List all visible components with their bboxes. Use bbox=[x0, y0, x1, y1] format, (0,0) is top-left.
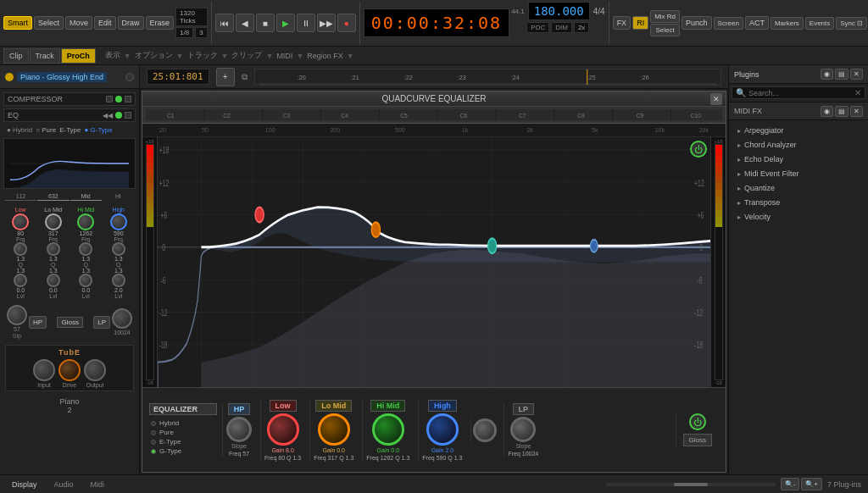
plugin-btn3[interactable]: ✕ bbox=[850, 69, 863, 80]
input-knob[interactable] bbox=[33, 359, 55, 381]
rewind-btn[interactable]: ⏮ bbox=[215, 14, 234, 32]
eq-power-btn[interactable]: ⏻ bbox=[690, 141, 707, 158]
band-himid-lvl-knob[interactable] bbox=[79, 274, 92, 287]
gloss-btn[interactable]: Gloss bbox=[683, 434, 712, 446]
midi-fx-btn1[interactable]: ◉ bbox=[821, 106, 833, 117]
eq-btn[interactable] bbox=[125, 112, 131, 119]
pure-opt[interactable]: ○ Pure bbox=[36, 126, 56, 134]
pure-option[interactable]: Pure bbox=[151, 429, 215, 436]
events-btn[interactable]: Events bbox=[805, 17, 834, 30]
slope-knob[interactable] bbox=[473, 418, 497, 442]
gtype-opt[interactable]: ● G-Type bbox=[84, 126, 112, 134]
add-marker-btn[interactable]: + bbox=[216, 68, 235, 86]
comp-btn2[interactable] bbox=[125, 96, 131, 102]
hybrid-opt[interactable]: ● Hybrid bbox=[7, 126, 32, 134]
output-knob[interactable] bbox=[84, 359, 106, 381]
band-high-knob[interactable] bbox=[110, 213, 127, 230]
edit-tool[interactable]: Edit bbox=[94, 16, 116, 30]
band-himid-q-knob[interactable] bbox=[79, 242, 92, 256]
himid-gain-knob[interactable] bbox=[372, 413, 404, 446]
lp-knob[interactable] bbox=[112, 308, 132, 329]
etype-option[interactable]: E-Type bbox=[151, 438, 215, 446]
low-freq-display: Freq 80 Q 1.3 bbox=[264, 455, 301, 461]
select-tool[interactable]: Select bbox=[34, 16, 64, 30]
plugin-chord-analyzer[interactable]: ▸ Chord Analyzer bbox=[732, 138, 865, 152]
marker-icon[interactable]: ⧉ bbox=[242, 72, 248, 82]
band-himid-knob[interactable] bbox=[77, 213, 94, 230]
plugin-velocity[interactable]: ▸ Velocity bbox=[732, 210, 865, 224]
tab-proch[interactable]: ProCh bbox=[61, 48, 96, 64]
plugin-search-input[interactable] bbox=[748, 89, 852, 97]
ri-btn[interactable]: RI bbox=[632, 16, 648, 30]
tab-midi[interactable]: Midi bbox=[86, 479, 110, 490]
stop-btn[interactable]: ■ bbox=[256, 14, 275, 32]
band-high-q-knob[interactable] bbox=[112, 242, 125, 256]
fx-btn[interactable]: FX bbox=[613, 16, 632, 30]
act-btn[interactable]: ACT bbox=[745, 16, 769, 30]
plugin-quantize[interactable]: ▸ Quantize bbox=[732, 181, 865, 195]
band-lomid-q-knob[interactable] bbox=[47, 242, 60, 256]
midi-fx-btn3[interactable]: ✕ bbox=[850, 106, 863, 117]
etype-opt[interactable]: E-Type bbox=[59, 126, 81, 134]
markers-btn[interactable]: Markers bbox=[771, 17, 804, 30]
low-gain-knob[interactable] bbox=[267, 413, 299, 446]
plugin-transpose[interactable]: ▸ Transpose bbox=[732, 196, 865, 209]
drive-knob[interactable] bbox=[58, 359, 81, 381]
band-himid-lvl: 0.0 bbox=[81, 287, 90, 293]
pause-btn[interactable]: ⏸ bbox=[297, 14, 315, 32]
erase-tool[interactable]: Erase bbox=[146, 16, 175, 30]
tab-display[interactable]: Display bbox=[7, 479, 42, 490]
scroll-bar[interactable] bbox=[606, 483, 776, 486]
mix-red-btn[interactable]: Mix Rd bbox=[650, 10, 680, 23]
tab-audio[interactable]: Audio bbox=[49, 479, 79, 490]
hybrid-option[interactable]: Hybrid bbox=[151, 419, 215, 427]
plugin-arpeggiator[interactable]: ▸ Arpeggiator bbox=[732, 124, 865, 137]
plugin-btn2[interactable]: ▤ bbox=[835, 69, 849, 80]
lp-btn-left[interactable]: LP bbox=[93, 316, 110, 329]
zoom-in-btn[interactable]: 🔍+ bbox=[801, 478, 822, 490]
eq-bottom-power[interactable]: ⏻ bbox=[689, 413, 706, 430]
screen-btn[interactable]: Screen bbox=[714, 17, 743, 30]
plugin-midi-event-filter[interactable]: ▸ Midi Event Filter bbox=[732, 167, 865, 180]
play-btn[interactable]: ▶ bbox=[276, 14, 295, 32]
gtype-option[interactable]: G-Type bbox=[151, 447, 215, 455]
clear-search-icon[interactable]: ✕ bbox=[854, 88, 861, 97]
hp-slope-knob[interactable] bbox=[226, 417, 252, 442]
plugins-list: ▸ Arpeggiator ▸ Chord Analyzer ▸ Echo De… bbox=[729, 120, 868, 227]
move-tool[interactable]: Move bbox=[65, 16, 92, 30]
tab-clip[interactable]: Clip bbox=[3, 48, 29, 64]
plugin-echo-delay[interactable]: ▸ Echo Delay bbox=[732, 152, 865, 166]
band-high-lvl-knob[interactable] bbox=[112, 274, 125, 287]
band-low-q-knob[interactable] bbox=[14, 242, 27, 256]
track-power[interactable] bbox=[125, 73, 134, 81]
record-btn[interactable]: ● bbox=[337, 14, 356, 32]
draw-tool[interactable]: Draw bbox=[118, 16, 144, 30]
band-low-knob[interactable] bbox=[12, 213, 29, 230]
back-btn[interactable]: ◀ bbox=[236, 14, 254, 32]
select-right-btn[interactable]: Select bbox=[650, 24, 680, 36]
forward-btn[interactable]: ▶▶ bbox=[317, 14, 336, 32]
tab-track[interactable]: Track bbox=[30, 48, 60, 64]
lomid-gain-knob[interactable] bbox=[318, 413, 350, 446]
smart-tool[interactable]: Smart bbox=[3, 16, 32, 30]
zoom-out-btn[interactable]: 🔍- bbox=[781, 478, 800, 490]
punch-btn[interactable]: Punch bbox=[682, 16, 712, 30]
comp-btn1[interactable] bbox=[106, 96, 113, 102]
eq-close-btn[interactable]: ✕ bbox=[710, 93, 722, 105]
himid-eq-section: Hi Mid Gain 0.0 Freq 1262 Q 1.3 bbox=[362, 400, 413, 461]
stp-knob[interactable] bbox=[7, 305, 27, 325]
hp-btn-left[interactable]: HP bbox=[29, 316, 47, 329]
midi-fx-btn2[interactable]: ▤ bbox=[835, 106, 849, 117]
lp-slope-knob[interactable] bbox=[510, 417, 536, 442]
high-gain-knob[interactable] bbox=[426, 413, 459, 446]
eq-window: QUADCURVE EQUALIZER ✕ C1 C2 C3 C4 bbox=[142, 91, 726, 473]
menu-display: 表示 bbox=[105, 50, 120, 61]
band-high-label: High bbox=[113, 207, 125, 213]
scroll-thumb[interactable] bbox=[674, 483, 708, 486]
band-low-lvl-knob[interactable] bbox=[14, 274, 27, 287]
plugin-btn1[interactable]: ◉ bbox=[821, 69, 833, 80]
band-lomid-knob[interactable] bbox=[45, 213, 62, 230]
band-lomid-lvl-knob[interactable] bbox=[47, 274, 60, 287]
sync-btn[interactable]: Sync ⊡ bbox=[836, 17, 867, 30]
lomid-label: Lo Mid bbox=[315, 400, 352, 412]
